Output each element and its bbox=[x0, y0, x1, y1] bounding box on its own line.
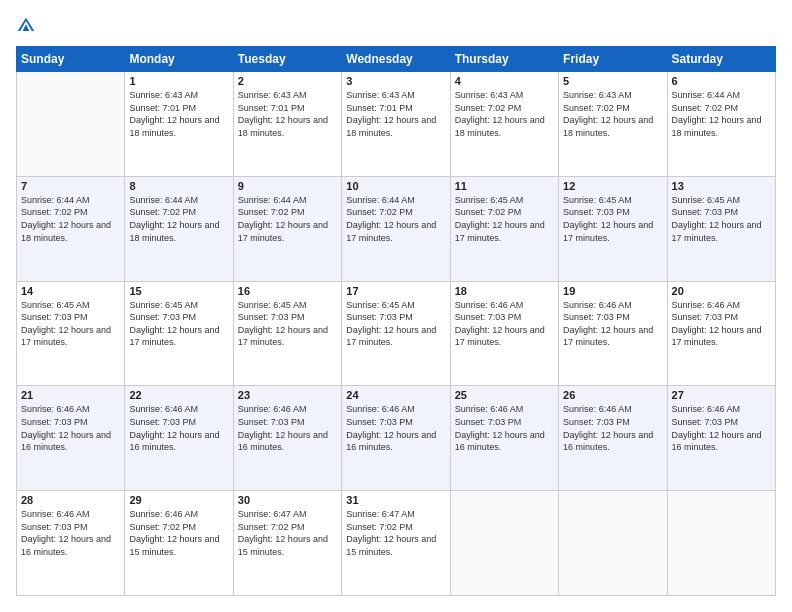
cell-info: Sunrise: 6:44 AM Sunset: 7:02 PM Dayligh… bbox=[21, 194, 120, 244]
calendar-cell: 3 Sunrise: 6:43 AM Sunset: 7:01 PM Dayli… bbox=[342, 72, 450, 177]
calendar-cell: 30 Sunrise: 6:47 AM Sunset: 7:02 PM Dayl… bbox=[233, 491, 341, 596]
cell-sunset: Sunset: 7:03 PM bbox=[129, 311, 228, 324]
cell-daylight: Daylight: 12 hours and 16 minutes. bbox=[563, 429, 662, 454]
cell-sunset: Sunset: 7:03 PM bbox=[563, 311, 662, 324]
calendar-cell: 17 Sunrise: 6:45 AM Sunset: 7:03 PM Dayl… bbox=[342, 281, 450, 386]
calendar-cell: 31 Sunrise: 6:47 AM Sunset: 7:02 PM Dayl… bbox=[342, 491, 450, 596]
cell-sunrise: Sunrise: 6:44 AM bbox=[129, 194, 228, 207]
cell-info: Sunrise: 6:46 AM Sunset: 7:03 PM Dayligh… bbox=[672, 299, 771, 349]
cell-info: Sunrise: 6:44 AM Sunset: 7:02 PM Dayligh… bbox=[672, 89, 771, 139]
cell-date: 30 bbox=[238, 494, 337, 506]
cell-daylight: Daylight: 12 hours and 16 minutes. bbox=[129, 429, 228, 454]
cell-date: 4 bbox=[455, 75, 554, 87]
cell-daylight: Daylight: 12 hours and 17 minutes. bbox=[346, 324, 445, 349]
cell-info: Sunrise: 6:45 AM Sunset: 7:03 PM Dayligh… bbox=[238, 299, 337, 349]
cell-sunset: Sunset: 7:03 PM bbox=[672, 416, 771, 429]
calendar-cell bbox=[667, 491, 775, 596]
cell-daylight: Daylight: 12 hours and 18 minutes. bbox=[129, 219, 228, 244]
calendar-cell: 4 Sunrise: 6:43 AM Sunset: 7:02 PM Dayli… bbox=[450, 72, 558, 177]
cell-info: Sunrise: 6:46 AM Sunset: 7:03 PM Dayligh… bbox=[238, 403, 337, 453]
cell-daylight: Daylight: 12 hours and 17 minutes. bbox=[455, 324, 554, 349]
cell-sunrise: Sunrise: 6:46 AM bbox=[129, 508, 228, 521]
calendar-cell bbox=[17, 72, 125, 177]
cell-info: Sunrise: 6:43 AM Sunset: 7:01 PM Dayligh… bbox=[129, 89, 228, 139]
cell-sunrise: Sunrise: 6:45 AM bbox=[672, 194, 771, 207]
cell-sunrise: Sunrise: 6:43 AM bbox=[455, 89, 554, 102]
cell-sunset: Sunset: 7:02 PM bbox=[455, 206, 554, 219]
cell-info: Sunrise: 6:46 AM Sunset: 7:03 PM Dayligh… bbox=[21, 508, 120, 558]
calendar-cell: 16 Sunrise: 6:45 AM Sunset: 7:03 PM Dayl… bbox=[233, 281, 341, 386]
cell-sunrise: Sunrise: 6:47 AM bbox=[238, 508, 337, 521]
calendar-cell: 27 Sunrise: 6:46 AM Sunset: 7:03 PM Dayl… bbox=[667, 386, 775, 491]
calendar-table: SundayMondayTuesdayWednesdayThursdayFrid… bbox=[16, 46, 776, 596]
logo bbox=[16, 16, 40, 36]
cell-sunset: Sunset: 7:02 PM bbox=[129, 521, 228, 534]
cell-date: 6 bbox=[672, 75, 771, 87]
cell-sunset: Sunset: 7:03 PM bbox=[455, 311, 554, 324]
cell-date: 1 bbox=[129, 75, 228, 87]
calendar-week-row: 7 Sunrise: 6:44 AM Sunset: 7:02 PM Dayli… bbox=[17, 176, 776, 281]
cell-daylight: Daylight: 12 hours and 17 minutes. bbox=[455, 219, 554, 244]
cell-info: Sunrise: 6:45 AM Sunset: 7:03 PM Dayligh… bbox=[129, 299, 228, 349]
cell-sunset: Sunset: 7:02 PM bbox=[346, 206, 445, 219]
cell-sunrise: Sunrise: 6:46 AM bbox=[455, 299, 554, 312]
cell-sunrise: Sunrise: 6:45 AM bbox=[455, 194, 554, 207]
cell-daylight: Daylight: 12 hours and 16 minutes. bbox=[238, 429, 337, 454]
cell-info: Sunrise: 6:46 AM Sunset: 7:03 PM Dayligh… bbox=[346, 403, 445, 453]
cell-daylight: Daylight: 12 hours and 17 minutes. bbox=[346, 219, 445, 244]
cell-sunrise: Sunrise: 6:46 AM bbox=[346, 403, 445, 416]
cell-sunrise: Sunrise: 6:43 AM bbox=[238, 89, 337, 102]
cell-sunrise: Sunrise: 6:46 AM bbox=[672, 299, 771, 312]
cell-info: Sunrise: 6:46 AM Sunset: 7:03 PM Dayligh… bbox=[563, 299, 662, 349]
cell-daylight: Daylight: 12 hours and 17 minutes. bbox=[563, 324, 662, 349]
calendar-week-row: 14 Sunrise: 6:45 AM Sunset: 7:03 PM Dayl… bbox=[17, 281, 776, 386]
calendar-cell: 26 Sunrise: 6:46 AM Sunset: 7:03 PM Dayl… bbox=[559, 386, 667, 491]
calendar-cell: 2 Sunrise: 6:43 AM Sunset: 7:01 PM Dayli… bbox=[233, 72, 341, 177]
cell-sunrise: Sunrise: 6:44 AM bbox=[346, 194, 445, 207]
cell-sunset: Sunset: 7:03 PM bbox=[238, 416, 337, 429]
calendar-cell: 25 Sunrise: 6:46 AM Sunset: 7:03 PM Dayl… bbox=[450, 386, 558, 491]
cell-sunrise: Sunrise: 6:46 AM bbox=[672, 403, 771, 416]
cell-daylight: Daylight: 12 hours and 18 minutes. bbox=[346, 114, 445, 139]
cell-daylight: Daylight: 12 hours and 18 minutes. bbox=[238, 114, 337, 139]
cell-info: Sunrise: 6:46 AM Sunset: 7:03 PM Dayligh… bbox=[455, 299, 554, 349]
cell-date: 13 bbox=[672, 180, 771, 192]
calendar-cell: 22 Sunrise: 6:46 AM Sunset: 7:03 PM Dayl… bbox=[125, 386, 233, 491]
cell-date: 20 bbox=[672, 285, 771, 297]
cell-sunrise: Sunrise: 6:47 AM bbox=[346, 508, 445, 521]
cell-daylight: Daylight: 12 hours and 18 minutes. bbox=[21, 219, 120, 244]
cell-daylight: Daylight: 12 hours and 17 minutes. bbox=[563, 219, 662, 244]
cell-sunrise: Sunrise: 6:46 AM bbox=[238, 403, 337, 416]
cell-date: 19 bbox=[563, 285, 662, 297]
cell-info: Sunrise: 6:44 AM Sunset: 7:02 PM Dayligh… bbox=[346, 194, 445, 244]
cell-sunset: Sunset: 7:02 PM bbox=[455, 102, 554, 115]
calendar-header-cell: Thursday bbox=[450, 47, 558, 72]
cell-sunrise: Sunrise: 6:43 AM bbox=[563, 89, 662, 102]
cell-sunset: Sunset: 7:03 PM bbox=[21, 311, 120, 324]
cell-sunset: Sunset: 7:03 PM bbox=[21, 521, 120, 534]
cell-sunset: Sunset: 7:02 PM bbox=[129, 206, 228, 219]
cell-daylight: Daylight: 12 hours and 16 minutes. bbox=[21, 533, 120, 558]
cell-sunset: Sunset: 7:02 PM bbox=[563, 102, 662, 115]
logo-icon bbox=[16, 16, 36, 36]
cell-sunset: Sunset: 7:03 PM bbox=[129, 416, 228, 429]
cell-date: 5 bbox=[563, 75, 662, 87]
cell-date: 10 bbox=[346, 180, 445, 192]
cell-sunrise: Sunrise: 6:44 AM bbox=[238, 194, 337, 207]
calendar-header-cell: Tuesday bbox=[233, 47, 341, 72]
cell-sunset: Sunset: 7:02 PM bbox=[672, 102, 771, 115]
calendar-header-cell: Wednesday bbox=[342, 47, 450, 72]
cell-daylight: Daylight: 12 hours and 16 minutes. bbox=[672, 429, 771, 454]
cell-sunrise: Sunrise: 6:44 AM bbox=[672, 89, 771, 102]
calendar-cell: 13 Sunrise: 6:45 AM Sunset: 7:03 PM Dayl… bbox=[667, 176, 775, 281]
cell-sunrise: Sunrise: 6:46 AM bbox=[129, 403, 228, 416]
cell-date: 28 bbox=[21, 494, 120, 506]
cell-date: 23 bbox=[238, 389, 337, 401]
cell-sunset: Sunset: 7:02 PM bbox=[238, 521, 337, 534]
cell-info: Sunrise: 6:46 AM Sunset: 7:03 PM Dayligh… bbox=[21, 403, 120, 453]
cell-sunrise: Sunrise: 6:46 AM bbox=[21, 403, 120, 416]
cell-sunset: Sunset: 7:02 PM bbox=[346, 521, 445, 534]
cell-info: Sunrise: 6:45 AM Sunset: 7:02 PM Dayligh… bbox=[455, 194, 554, 244]
cell-date: 3 bbox=[346, 75, 445, 87]
cell-sunrise: Sunrise: 6:43 AM bbox=[129, 89, 228, 102]
